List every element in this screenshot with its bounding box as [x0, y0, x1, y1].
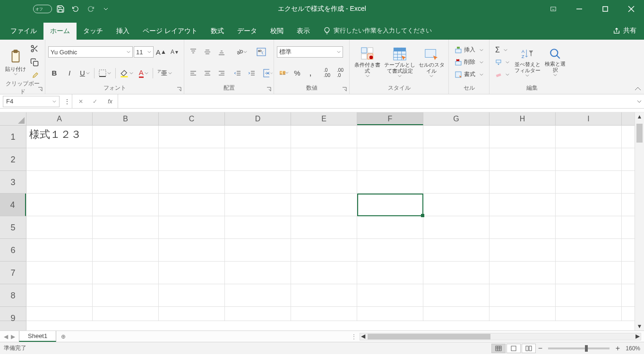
number-format-combo[interactable]: 標準 — [277, 46, 343, 58]
sheet-nav-next[interactable]: ▶ — [11, 333, 15, 340]
align-left-button[interactable] — [187, 67, 199, 79]
decrease-indent-button[interactable] — [232, 67, 244, 79]
percent-button[interactable]: % — [291, 67, 303, 79]
tab-home[interactable]: ホーム — [43, 23, 77, 40]
cut-button[interactable] — [28, 42, 41, 55]
fill-color-button[interactable] — [119, 67, 135, 79]
row-header-2[interactable]: 2 — [0, 148, 26, 171]
tab-view[interactable]: 表示 — [290, 23, 317, 40]
font-name-combo[interactable]: Yu Gothic — [48, 46, 133, 58]
row-header-6[interactable]: 6 — [0, 239, 26, 262]
decrease-decimal-button[interactable]: .00.0 — [334, 67, 346, 79]
view-normal-button[interactable] — [491, 344, 506, 353]
tab-insert[interactable]: 挿入 — [110, 23, 136, 40]
insert-function-button[interactable]: fx — [103, 96, 115, 107]
maximize-button[interactable] — [592, 0, 618, 18]
name-box-resize[interactable]: ⋮ — [62, 98, 72, 105]
find-select-button[interactable]: 検索と選択 — [542, 42, 568, 83]
font-dialog-launcher[interactable] — [176, 86, 183, 93]
sheet-nav-prev[interactable]: ◀ — [4, 333, 8, 340]
zoom-level[interactable]: 160% — [626, 345, 640, 352]
align-middle-button[interactable] — [201, 46, 214, 58]
col-header-h[interactable]: H — [489, 112, 556, 125]
ribbon-options-button[interactable] — [540, 0, 566, 18]
col-header-a[interactable]: A — [26, 112, 93, 125]
number-dialog-launcher[interactable] — [342, 86, 348, 93]
zoom-out-button[interactable]: − — [536, 344, 544, 353]
cell-f4[interactable] — [357, 194, 423, 216]
merge-center-button[interactable] — [262, 67, 274, 79]
phonetic-button[interactable]: ア亜 — [156, 67, 173, 79]
col-header-g[interactable]: G — [423, 112, 489, 125]
row-header-7[interactable]: 7 — [0, 262, 26, 284]
clear-button[interactable] — [492, 68, 512, 81]
increase-decimal-button[interactable]: .0.00 — [321, 67, 333, 79]
close-button[interactable] — [618, 0, 644, 18]
cell-a1[interactable]: 様式１２３ — [26, 126, 93, 148]
delete-cells-button[interactable]: 削除 — [452, 56, 486, 68]
sort-filter-button[interactable]: AZ 並べ替えとフィルター — [512, 42, 542, 83]
col-header-b[interactable]: B — [93, 112, 159, 125]
tab-touch[interactable]: タッチ — [77, 23, 110, 40]
col-header-f[interactable]: F — [357, 112, 423, 125]
zoom-slider[interactable] — [548, 347, 610, 349]
horizontal-scrollbar[interactable]: ◀ ▶ — [360, 333, 641, 340]
sheet-tab-sheet1[interactable]: Sheet1 — [19, 331, 56, 342]
row-header-8[interactable]: 8 — [0, 284, 26, 307]
enter-formula-button[interactable]: ✓ — [89, 96, 101, 107]
tab-formulas[interactable]: 数式 — [204, 23, 231, 40]
clipboard-dialog-launcher[interactable] — [37, 86, 44, 93]
col-header-i[interactable]: I — [556, 112, 622, 125]
row-header-9[interactable]: 9 — [0, 307, 26, 321]
comma-button[interactable]: , — [304, 67, 317, 79]
insert-cells-button[interactable]: 挿入 — [452, 44, 486, 56]
select-all-corner[interactable] — [0, 112, 26, 126]
decrease-font-button[interactable]: A▼ — [169, 46, 181, 58]
borders-button[interactable] — [97, 67, 112, 79]
name-box[interactable]: F4 — [3, 96, 60, 107]
tab-data[interactable]: データ — [231, 23, 264, 40]
format-as-table-button[interactable]: テーブルとして書式設定 — [383, 42, 417, 83]
share-button[interactable]: 共有 — [605, 22, 644, 40]
align-bottom-button[interactable] — [215, 46, 228, 58]
wrap-text-button[interactable]: ab — [255, 46, 267, 58]
formula-input[interactable] — [118, 96, 635, 107]
autosave-toggle[interactable]: オフ — [33, 5, 52, 13]
new-sheet-button[interactable]: ⊕ — [56, 331, 70, 342]
align-center-button[interactable] — [201, 67, 214, 79]
format-cells-button[interactable]: 書式 — [452, 68, 486, 81]
col-header-c[interactable]: C — [159, 112, 225, 125]
cancel-formula-button[interactable]: ✕ — [75, 96, 86, 107]
vertical-scrollbar[interactable]: ▲ ▼ — [635, 112, 644, 330]
copy-button[interactable] — [28, 56, 41, 68]
fill-button[interactable] — [492, 56, 512, 68]
underline-button[interactable]: U — [78, 67, 91, 79]
collapse-ribbon-button[interactable] — [635, 86, 641, 91]
redo-button[interactable] — [84, 2, 97, 16]
view-page-layout-button[interactable] — [507, 344, 521, 353]
orientation-button[interactable]: ab — [234, 46, 249, 58]
increase-font-button[interactable]: A▲ — [155, 46, 168, 58]
col-header-e[interactable]: E — [291, 112, 357, 125]
tab-file[interactable]: ファイル — [4, 23, 43, 40]
tab-pagelayout[interactable]: ページ レイアウト — [136, 23, 204, 40]
bold-button[interactable]: B — [48, 67, 60, 79]
row-header-1[interactable]: 1 — [0, 126, 26, 148]
increase-indent-button[interactable] — [246, 67, 258, 79]
col-header-d[interactable]: D — [225, 112, 291, 125]
paste-button[interactable]: 貼り付け — [3, 42, 28, 83]
row-header-4[interactable]: 4 — [0, 194, 26, 216]
view-page-break-button[interactable] — [522, 344, 536, 353]
accounting-format-button[interactable]: 💴 — [277, 67, 290, 79]
conditional-formatting-button[interactable]: 条件付き書式 — [352, 42, 383, 83]
minimize-button[interactable] — [566, 0, 592, 18]
font-color-button[interactable]: A — [137, 67, 150, 79]
row-header-5[interactable]: 5 — [0, 216, 26, 239]
save-button[interactable] — [54, 2, 67, 16]
tell-me-box[interactable]: 実行したい作業を入力してください — [323, 26, 432, 40]
cell-styles-button[interactable]: セルのスタイル — [417, 42, 446, 83]
align-top-button[interactable] — [187, 46, 199, 58]
font-size-combo[interactable]: 11 — [134, 46, 154, 58]
autosum-button[interactable]: Σ — [492, 44, 512, 56]
zoom-in-button[interactable]: + — [613, 344, 622, 353]
